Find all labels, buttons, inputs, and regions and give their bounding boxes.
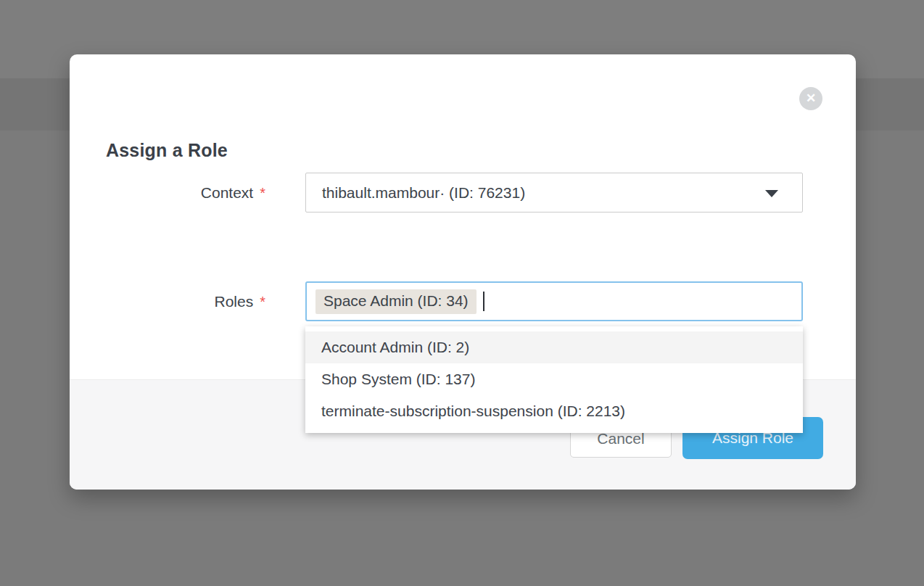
context-select-value: thibault.mambour· (ID: 76231) <box>322 173 525 212</box>
text-cursor <box>483 292 484 311</box>
roles-label-text: Roles <box>215 293 254 310</box>
roles-dropdown-list: Account Admin (ID: 2) Shop System (ID: 1… <box>305 326 803 433</box>
context-label-text: Context <box>201 184 253 201</box>
dropdown-option-2[interactable]: terminate-subscription-suspension (ID: 2… <box>305 395 803 427</box>
selected-role-tag[interactable]: Space Admin (ID: 34) <box>315 289 477 314</box>
close-button[interactable]: ✕ <box>799 87 822 110</box>
context-required-asterisk: * <box>260 185 265 201</box>
dropdown-option-1[interactable]: Shop System (ID: 137) <box>305 363 803 395</box>
close-icon: ✕ <box>806 92 816 104</box>
roles-label: Roles* <box>70 293 265 310</box>
context-select[interactable]: thibault.mambour· (ID: 76231) <box>305 173 803 212</box>
roles-multiselect-input[interactable]: Space Admin (ID: 34) <box>305 281 803 321</box>
dialog-title: Assign a Role <box>106 140 228 161</box>
dropdown-option-0[interactable]: Account Admin (ID: 2) <box>305 331 803 363</box>
chevron-down-icon <box>765 190 778 197</box>
roles-required-asterisk: * <box>260 294 265 310</box>
assign-role-dialog: Assign a Role ✕ Context* thibault.mambou… <box>70 54 856 490</box>
context-label: Context* <box>70 184 265 202</box>
